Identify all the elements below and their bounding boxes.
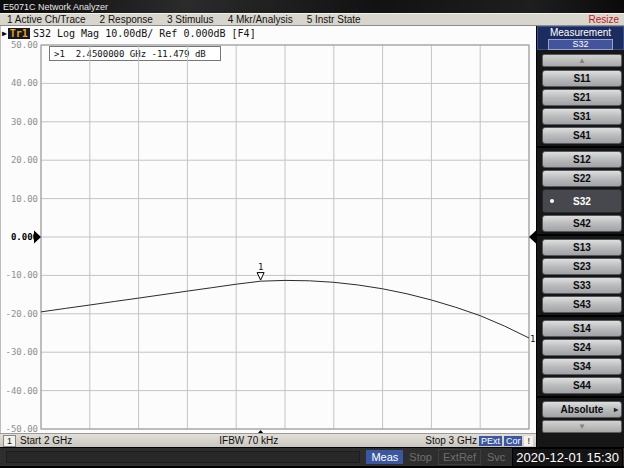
softkey-label: S44: [573, 380, 591, 391]
softkey-s43[interactable]: S43: [542, 296, 622, 313]
ifbw-value[interactable]: IFBW 70 kHz: [72, 435, 425, 446]
softkey-label: S41: [573, 130, 591, 141]
softkey-s32[interactable]: S32: [542, 189, 622, 213]
menu-item-2[interactable]: 2 Response: [93, 14, 160, 25]
softkey-label: S24: [573, 342, 591, 353]
datetime-display: 2020-12-01 15:30: [512, 448, 623, 467]
softkey-label: S34: [573, 361, 591, 372]
up-arrow-icon: ▲: [578, 56, 586, 65]
softkey-s31[interactable]: S31: [542, 108, 622, 125]
stop-status-label: Stop: [405, 450, 436, 464]
resize-button[interactable]: Resize: [588, 14, 624, 25]
softkey-s14[interactable]: S14: [542, 320, 622, 337]
softkey-menu-title: Measurement: [538, 28, 623, 38]
softkey-label: S12: [573, 154, 591, 165]
softkey-label: S42: [573, 218, 591, 229]
svg-text:1: 1: [258, 262, 263, 272]
menu-item-3[interactable]: 3 Stimulus: [160, 14, 221, 25]
softkey-absolute[interactable]: Absolute▸: [542, 401, 622, 418]
meas-status-badge: Meas: [366, 450, 403, 464]
window-title: E5071C Network Analyzer: [3, 2, 108, 12]
menu-item-5[interactable]: 5 Instr State: [300, 14, 368, 25]
active-bullet-icon: [550, 199, 554, 203]
svc-status-label: Svc: [483, 450, 509, 464]
softkey-s33[interactable]: S33: [542, 277, 622, 294]
scroll-up-button[interactable]: ▲: [542, 54, 622, 67]
menu-bar: 1 Active Ch/Trace2 Response3 Stimulus4 M…: [0, 13, 624, 26]
status-badge-pext: PExt: [479, 436, 502, 446]
softkey-label: S21: [573, 92, 591, 103]
softkey-s21[interactable]: S21: [542, 89, 622, 106]
menu-item-1[interactable]: 1 Active Ch/Trace: [0, 14, 93, 25]
instrument-status-bar: Meas Stop ExtRef Svc 2020-12-01 15:30: [0, 447, 624, 466]
submenu-arrow-icon: ▸: [614, 405, 618, 414]
softkey-s44[interactable]: S44: [542, 377, 622, 394]
softkey-label: S32: [573, 196, 591, 207]
down-arrow-icon: ▼: [578, 422, 586, 431]
scroll-down-button[interactable]: ▼: [542, 420, 622, 433]
softkey-s34[interactable]: S34: [542, 358, 622, 375]
menu-item-4[interactable]: 4 Mkr/Analysis: [221, 14, 300, 25]
softkey-s24[interactable]: S24: [542, 339, 622, 356]
softkey-separator: [537, 396, 624, 398]
start-frequency[interactable]: Start 2 GHz: [20, 435, 72, 446]
softkey-menu-header: Measurement S32: [537, 26, 624, 50]
status-badge-cor: Cor: [504, 436, 523, 446]
softkey-separator: [537, 234, 624, 236]
title-bar: E5071C Network Analyzer: [0, 0, 624, 13]
channel-number: 1: [3, 435, 16, 447]
extref-status-label: ExtRef: [438, 449, 481, 465]
softkey-label: S23: [573, 261, 591, 272]
softkey-s12[interactable]: S12: [542, 151, 622, 168]
softkey-label: S33: [573, 280, 591, 291]
status-message-area: [6, 451, 360, 463]
stop-frequency[interactable]: Stop 3 GHz: [425, 435, 477, 446]
softkey-label: S22: [573, 173, 591, 184]
svg-text:1: 1: [530, 334, 535, 344]
softkey-label: Absolute: [561, 404, 604, 415]
softkey-s22[interactable]: S22: [542, 170, 622, 187]
softkey-label: S11: [573, 73, 590, 84]
softkey-menu: Measurement S32 ▲ S11S21S31S41S12S22S32S…: [537, 26, 624, 447]
softkey-s13[interactable]: S13: [542, 239, 622, 256]
channel-status-bar: 1 Start 2 GHz IFBW 70 kHz Stop 3 GHz PEx…: [0, 433, 536, 447]
softkey-label: S43: [573, 299, 591, 310]
softkey-s42[interactable]: S42: [542, 215, 622, 232]
softkey-s23[interactable]: S23: [542, 258, 622, 275]
status-badge-warning: !: [524, 436, 533, 446]
softkey-label: S13: [573, 242, 591, 253]
softkey-separator: [537, 315, 624, 317]
softkey-selected-value: S32: [548, 39, 613, 50]
softkey-s41[interactable]: S41: [542, 127, 622, 144]
softkey-label: S31: [573, 111, 591, 122]
softkey-separator: [537, 146, 624, 148]
graticule: 11: [1, 26, 537, 433]
softkey-label: S14: [573, 323, 591, 334]
plot-area: ▶ Tr1 S32 Log Mag 10.00dB/ Ref 0.000dB […: [0, 26, 536, 433]
app-window: E5071C Network Analyzer 1 Active Ch/Trac…: [0, 0, 624, 468]
softkey-s11[interactable]: S11: [542, 70, 622, 87]
